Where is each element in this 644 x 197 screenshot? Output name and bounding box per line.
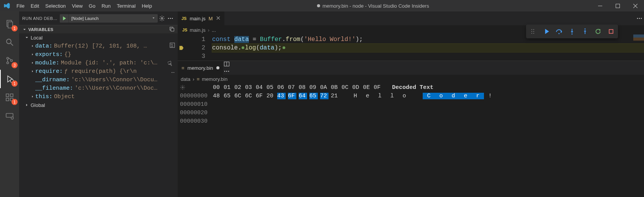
window-title: memory.bin - node - Visual Studio Code I… xyxy=(155,3,591,9)
chevron-down-icon[interactable] xyxy=(149,16,158,21)
svg-point-17 xyxy=(168,18,169,19)
variable-row[interactable]: __filename:'c:\\Users\\Connor\\Doc… xyxy=(19,84,178,92)
stop-button[interactable] xyxy=(606,26,616,37)
hex-char[interactable]: d xyxy=(447,93,459,99)
minimap[interactable] xyxy=(633,34,644,57)
breadcrumb-file[interactable]: memory.bin xyxy=(202,76,227,82)
svg-rect-34 xyxy=(609,30,613,33)
hex-char[interactable]: l xyxy=(374,93,386,99)
scope-local-label: Local xyxy=(31,35,42,41)
start-debug-button[interactable] xyxy=(60,14,69,23)
variable-row[interactable]: data:Buffer(12) [72, 101, 108, …0110 xyxy=(19,42,178,50)
minimize-button[interactable] xyxy=(591,0,609,11)
close-button[interactable] xyxy=(626,0,644,11)
hex-char[interactable]: o xyxy=(435,93,447,99)
debug-toolbar[interactable] xyxy=(526,25,618,38)
activity-source-control[interactable]: 3 xyxy=(0,51,19,70)
debug-config-name: [Node] Launch xyxy=(69,16,149,21)
hex-bytes[interactable]: 48656C6C6F20436F64657221 xyxy=(213,93,339,99)
hex-row[interactable]: 00000020 xyxy=(178,108,644,117)
breadcrumb-folder[interactable]: data xyxy=(181,76,190,82)
breadcrumb-symbol[interactable]: ... xyxy=(212,27,216,33)
collapse-all-icon[interactable] xyxy=(169,26,176,33)
svg-point-15 xyxy=(11,117,13,119)
menu-edit[interactable]: Edit xyxy=(28,0,42,11)
hex-row[interactable]: 00000010 xyxy=(178,100,644,108)
variable-row[interactable]: module:Module {id: '.', path: 'c:\… xyxy=(19,59,178,67)
hex-byte[interactable]: 64 xyxy=(299,93,307,99)
hex-byte[interactable]: 6C xyxy=(234,93,243,99)
variable-row[interactable]: __dirname:'c:\\Users\\Connor\\Docu… xyxy=(19,76,178,84)
hex-byte[interactable]: 6F xyxy=(256,93,264,99)
continue-button[interactable] xyxy=(541,26,551,37)
variables-section-header[interactable]: VARIABLES xyxy=(19,25,178,33)
activity-extensions[interactable]: 1 xyxy=(0,88,19,107)
hex-byte[interactable]: 43 xyxy=(277,93,286,99)
hex-char[interactable] xyxy=(410,93,423,99)
svg-point-6 xyxy=(7,57,9,59)
scope-local[interactable]: Local xyxy=(19,33,178,42)
chevron-right-icon xyxy=(30,44,35,48)
scope-global[interactable]: Global xyxy=(19,101,178,109)
menu-run[interactable]: Run xyxy=(98,0,114,11)
variable-row[interactable]: exports:{} xyxy=(19,50,178,59)
more-actions-button[interactable] xyxy=(166,15,175,21)
hex-char[interactable]: e xyxy=(459,93,472,99)
hex-byte[interactable]: 21 xyxy=(331,93,339,99)
hex-byte[interactable]: 20 xyxy=(266,93,275,99)
hex-char[interactable]: l xyxy=(386,93,398,99)
activity-explorer[interactable]: 1 xyxy=(0,15,19,33)
scope-global-label: Global xyxy=(31,102,45,108)
hex-settings-button[interactable] xyxy=(178,85,187,90)
hex-col: 0D xyxy=(352,84,361,91)
hex-byte[interactable]: 6C xyxy=(245,93,253,99)
hex-row[interactable]: 00000030 xyxy=(178,117,644,125)
hex-breadcrumb[interactable]: data › ≡ memory.bin xyxy=(178,75,644,83)
hex-char[interactable]: H xyxy=(349,93,361,99)
ellipsis-icon[interactable]: … xyxy=(168,68,178,75)
hex-char[interactable]: ! xyxy=(484,93,496,99)
menu-file[interactable]: File xyxy=(13,0,28,11)
code-editor[interactable]: 1 2 3 const data = Buffer.from('Hello Wo… xyxy=(178,34,644,61)
hex-byte[interactable]: 65 xyxy=(309,93,318,99)
split-editor-button[interactable] xyxy=(224,61,230,68)
hex-byte[interactable]: 48 xyxy=(213,93,221,99)
debug-config-selector[interactable]: [Node] Launch xyxy=(60,14,158,23)
view-binary-icon[interactable]: 0110 xyxy=(167,42,178,50)
hex-byte[interactable]: 72 xyxy=(320,93,329,99)
variable-row[interactable]: this:Object xyxy=(19,92,178,101)
close-tab-button[interactable] xyxy=(216,16,221,21)
hex-byte[interactable]: 65 xyxy=(224,93,232,99)
hex-grid[interactable]: 000102030405060708090A0B0C0D0E0F Decoded… xyxy=(178,83,644,125)
breadcrumb-file[interactable]: main.js xyxy=(190,27,205,33)
hex-byte[interactable]: 6F xyxy=(288,93,296,99)
menu-go[interactable]: Go xyxy=(86,0,98,11)
menu-selection[interactable]: Selection xyxy=(42,0,69,11)
decoded-text-label: Decoded Text xyxy=(392,84,433,91)
hex-editor-panel: ≡ memory.bin data › ≡ memory.bin xyxy=(178,61,644,197)
hex-char[interactable]: C xyxy=(423,93,435,99)
hex-char[interactable]: e xyxy=(361,93,374,99)
tab-main-js[interactable]: JS main.js M xyxy=(178,11,225,25)
variable-row[interactable]: require:ƒ require(path) {\r\n… xyxy=(19,67,178,76)
debug-settings-button[interactable] xyxy=(158,15,166,21)
menu-view[interactable]: View xyxy=(69,0,86,11)
svg-point-35 xyxy=(637,18,638,19)
hex-decoded[interactable]: Hello Coder! xyxy=(349,93,496,99)
hex-char[interactable]: r xyxy=(472,93,484,99)
drag-grip-icon[interactable] xyxy=(528,26,538,37)
activity-remote[interactable] xyxy=(0,107,19,125)
hex-row[interactable]: 0000000048656C6C6F20436F64657221Hello Co… xyxy=(178,92,644,100)
menu-terminal[interactable]: Terminal xyxy=(114,0,139,11)
step-into-button[interactable] xyxy=(567,26,577,37)
editor-more-button[interactable] xyxy=(635,11,644,25)
maximize-button[interactable] xyxy=(609,0,626,11)
hex-char[interactable]: o xyxy=(398,93,410,99)
activity-search[interactable] xyxy=(0,33,19,51)
step-over-button[interactable] xyxy=(554,26,564,37)
menu-help[interactable]: Help xyxy=(139,0,155,11)
activity-run-debug[interactable]: 1 xyxy=(0,70,19,88)
tab-memory-bin[interactable]: ≡ memory.bin xyxy=(178,61,224,75)
restart-button[interactable] xyxy=(593,26,603,37)
step-out-button[interactable] xyxy=(580,26,590,37)
